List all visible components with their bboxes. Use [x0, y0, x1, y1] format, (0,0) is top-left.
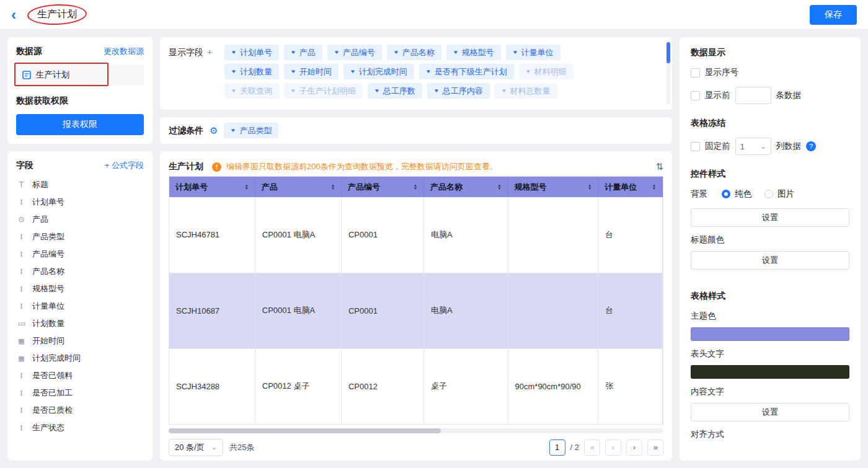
chip-label: 关联查询: [240, 86, 272, 97]
field-item[interactable]: I是否已质检: [16, 402, 144, 419]
display-field-chip[interactable]: ▼产品: [284, 45, 322, 60]
field-item[interactable]: I是否已领料: [16, 367, 144, 384]
sort-caret-icon[interactable]: ▲▼: [498, 184, 502, 190]
back-icon[interactable]: ‹: [11, 7, 16, 22]
field-item[interactable]: I计划单号: [16, 193, 144, 211]
gear-icon[interactable]: ⚙: [210, 125, 218, 136]
theme-color-swatch[interactable]: [691, 327, 849, 341]
page-size-select[interactable]: 20 条/页 ⌄: [169, 439, 223, 456]
display-fields-label: 显示字段: [169, 47, 203, 57]
display-field-chip[interactable]: ▼产品类型: [224, 123, 278, 138]
display-field-chip[interactable]: ▼规格型号: [446, 45, 501, 60]
table-cell: [508, 197, 598, 273]
column-header[interactable]: 规格型号▲▼: [508, 177, 598, 197]
add-display-field-button[interactable]: +: [207, 47, 212, 57]
title-color-set-button[interactable]: 设置: [691, 251, 849, 270]
display-field-chip[interactable]: ▼开始时间: [284, 64, 339, 79]
table-cell: 台: [598, 273, 663, 348]
datasource-item[interactable]: 生产计划: [16, 64, 144, 86]
sort-caret-icon[interactable]: ▲▼: [414, 184, 417, 190]
column-header[interactable]: 产品名称▲▼: [424, 177, 508, 197]
field-item[interactable]: I产品类型: [16, 228, 144, 245]
field-item[interactable]: I是否已加工: [16, 384, 144, 402]
field-item[interactable]: ▦计划完成时间: [16, 350, 144, 367]
field-item[interactable]: ⊙产品: [16, 211, 144, 228]
preview-panel: 生产计划 ! 编辑界面只取数据源前200条作为查询数据预览，完整数据请访问页面查…: [160, 151, 672, 461]
field-item[interactable]: ▦开始时间: [16, 332, 144, 350]
sort-caret-icon[interactable]: ▲▼: [588, 184, 591, 190]
display-field-chip[interactable]: ▼产品编号: [327, 45, 382, 60]
table-cell: CP0012 桌子: [255, 348, 341, 424]
display-field-chip[interactable]: ▼计划单号: [224, 45, 279, 60]
freeze-checkbox[interactable]: [691, 142, 700, 151]
save-button[interactable]: 保存: [810, 5, 857, 25]
row-count-input[interactable]: [735, 87, 771, 104]
field-item[interactable]: I规格型号: [16, 280, 144, 298]
show-index-checkbox[interactable]: [691, 68, 700, 77]
show-index-label: 显示序号: [705, 67, 738, 78]
display-field-chip[interactable]: ▼计量单位: [506, 45, 560, 60]
display-field-chip[interactable]: ▼计划完成时间: [343, 64, 414, 79]
show-first-checkbox[interactable]: [691, 91, 700, 100]
display-field-chip[interactable]: ▼总工序内容: [427, 83, 490, 99]
column-header[interactable]: 产品▲▼: [255, 177, 341, 197]
display-field-chip[interactable]: ▼计划数量: [224, 64, 279, 79]
table-row[interactable]: SCJH46781CP0001 电脑ACP0001电脑A台: [169, 197, 663, 273]
first-page-button[interactable]: «: [584, 439, 600, 456]
display-field-chip[interactable]: ▼关联查询: [224, 83, 279, 99]
field-item[interactable]: I产品名称: [16, 263, 144, 280]
field-item[interactable]: I产品编号: [16, 245, 144, 263]
last-page-button[interactable]: »: [647, 439, 663, 456]
image-radio[interactable]: [764, 190, 773, 198]
field-item[interactable]: I生产状态: [16, 419, 144, 436]
formula-field-link[interactable]: + 公式字段: [105, 160, 144, 171]
horizontal-scrollbar[interactable]: [169, 428, 663, 433]
table-row[interactable]: SCJH34288CP0012 桌子CP0012桌子90cm*90cm*90/9…: [169, 348, 663, 424]
background-set-button[interactable]: 设置: [691, 208, 849, 227]
field-item-label: 开始时间: [32, 335, 64, 347]
current-page[interactable]: 1: [549, 439, 565, 456]
change-datasource-link[interactable]: 更改数据源: [104, 46, 144, 57]
help-icon[interactable]: ?: [806, 141, 816, 151]
field-item[interactable]: T标题: [16, 176, 144, 193]
chips-scrollbar-thumb[interactable]: [666, 42, 670, 63]
field-item[interactable]: 123计划数量: [16, 315, 144, 332]
page-title-wrap: 生产计划: [27, 4, 87, 25]
display-field-chip[interactable]: ▼材料总数量: [495, 83, 557, 99]
field-item[interactable]: I计量单位: [16, 298, 144, 315]
display-field-chip[interactable]: ▼总工序数: [368, 83, 422, 99]
page-size-value: 20 条/页: [175, 442, 205, 453]
left-column: 数据源 更改数据源 生产计划 数据获取权限 报表权限 字段 + 公式字段 T标题…: [7, 37, 153, 461]
table-row[interactable]: SCJH10687CP0001 电脑ACP0001电脑A台: [169, 273, 663, 348]
column-header[interactable]: 计划单号▲▼: [169, 177, 255, 197]
header-text-color-swatch[interactable]: [691, 365, 849, 379]
sort-order-icon[interactable]: ⇅: [655, 161, 663, 172]
column-header[interactable]: 产品编号▲▼: [341, 177, 423, 197]
table-cell: 张: [598, 348, 663, 424]
widget-style-title: 控件样式: [691, 169, 849, 180]
sort-caret-icon[interactable]: ▲▼: [652, 184, 656, 190]
chip-label: 材料总数量: [510, 86, 551, 97]
display-field-chip[interactable]: ▼产品名称: [387, 45, 441, 60]
column-label: 产品名称: [430, 182, 463, 193]
next-page-button[interactable]: ›: [626, 439, 642, 456]
display-field-chip[interactable]: ▼子生产计划明细: [284, 83, 363, 99]
solid-color-radio[interactable]: [722, 190, 730, 198]
preview-header-row: 计划单号▲▼产品▲▼产品编号▲▼产品名称▲▼规格型号▲▼计量单位▲▼: [169, 177, 663, 197]
freeze-title: 表格冻结: [691, 118, 849, 129]
sort-caret-icon[interactable]: ▲▼: [245, 184, 249, 190]
report-permission-button[interactable]: 报表权限: [16, 114, 144, 135]
warning-icon: !: [212, 162, 221, 172]
freeze-count-select[interactable]: 1 ⌄: [735, 138, 771, 155]
prev-page-button[interactable]: ‹: [605, 439, 621, 456]
column-header[interactable]: 计量单位▲▼: [598, 177, 663, 197]
sort-caret-icon[interactable]: ▲▼: [331, 184, 335, 190]
content-text-set-button[interactable]: 设置: [691, 403, 849, 422]
display-field-chip[interactable]: ▼是否有下级生产计划: [419, 64, 514, 79]
display-field-chip[interactable]: ▼材料明细: [519, 64, 574, 79]
horizontal-scrollbar-thumb[interactable]: [169, 428, 441, 433]
chips-scrollbar[interactable]: [666, 42, 670, 105]
field-item-label: 生产状态: [32, 422, 64, 433]
chevron-down-icon: ▼: [231, 69, 237, 74]
show-first-row: 显示前 条数据: [691, 87, 849, 104]
